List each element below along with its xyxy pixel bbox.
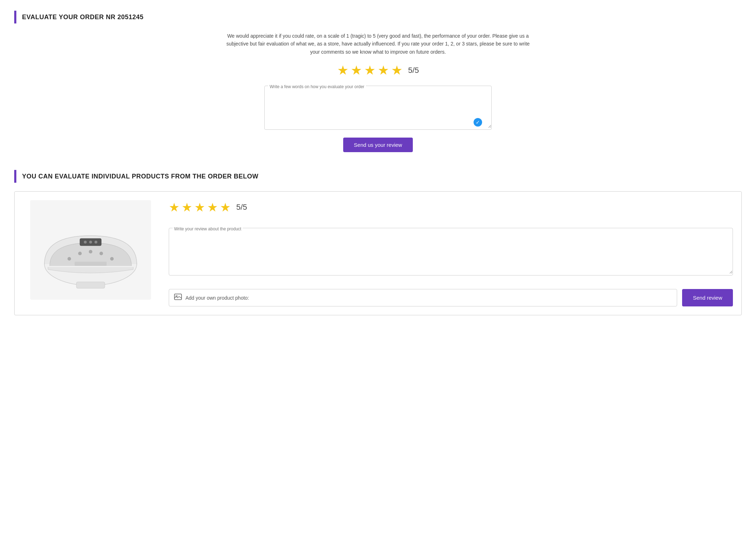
- header-bar-accent: [14, 11, 16, 23]
- product-review-fieldset: Write your review about the product: [169, 228, 733, 276]
- product-card: ★ ★ ★ ★ ★ 5/5 Write your review about th…: [14, 191, 742, 315]
- order-section-header: EVALUATE YOUR ORDER NR 2051245: [14, 11, 742, 23]
- order-star-5[interactable]: ★: [391, 63, 403, 78]
- product-star-5[interactable]: ★: [220, 200, 231, 214]
- order-star-4[interactable]: ★: [378, 63, 389, 78]
- upload-photo-icon-svg: [174, 293, 182, 301]
- product-review-textarea[interactable]: [169, 235, 733, 274]
- svg-rect-12: [174, 294, 182, 300]
- svg-rect-11: [75, 262, 107, 266]
- product-image: [30, 200, 151, 300]
- product-star-2[interactable]: ★: [182, 200, 192, 214]
- order-evaluation-section: EVALUATE YOUR ORDER NR 2051245 We would …: [14, 11, 742, 152]
- upload-icon: [174, 293, 182, 303]
- product-image-column: [23, 200, 158, 300]
- svg-point-10: [110, 257, 114, 261]
- product-rating-text: 5/5: [236, 203, 247, 212]
- send-product-review-button[interactable]: Send review: [682, 289, 733, 306]
- product-image-svg: [37, 207, 144, 293]
- svg-point-3: [84, 241, 87, 244]
- order-textarea-label: Write a few words on how you evaluate yo…: [268, 84, 366, 89]
- order-stars-row: ★ ★ ★ ★ ★ 5/5: [337, 63, 419, 78]
- order-star-1[interactable]: ★: [337, 63, 349, 78]
- products-section-title: YOU CAN EVALUATE INDIVIDUAL PRODUCTS FRO…: [22, 173, 259, 180]
- product-star-3[interactable]: ★: [194, 200, 205, 214]
- products-section: YOU CAN EVALUATE INDIVIDUAL PRODUCTS FRO…: [14, 170, 742, 315]
- order-eval-body: We would appreciate it if you could rate…: [14, 32, 742, 152]
- order-rating-text: 5/5: [408, 66, 419, 75]
- svg-point-4: [89, 241, 92, 244]
- order-review-textarea[interactable]: [265, 92, 491, 128]
- order-review-fieldset: Write a few words on how you evaluate yo…: [264, 86, 492, 130]
- product-stars-row: ★ ★ ★ ★ ★ 5/5: [169, 200, 733, 214]
- product-review-column: ★ ★ ★ ★ ★ 5/5 Write your review about th…: [169, 200, 733, 306]
- svg-point-9: [99, 252, 103, 255]
- products-section-header: YOU CAN EVALUATE INDIVIDUAL PRODUCTS FRO…: [14, 170, 742, 183]
- order-star-2[interactable]: ★: [351, 63, 362, 78]
- order-section-title: EVALUATE YOUR ORDER NR 2051245: [22, 14, 144, 21]
- product-textarea-label: Write your review about the product: [173, 226, 243, 231]
- svg-point-7: [78, 252, 82, 255]
- order-description: We would appreciate it if you could rate…: [225, 32, 531, 56]
- photo-upload-input[interactable]: Add your own product photo:: [169, 289, 677, 306]
- textarea-check-icon: ✓: [474, 118, 482, 127]
- product-star-4[interactable]: ★: [207, 200, 218, 214]
- svg-point-5: [94, 241, 97, 244]
- svg-rect-1: [76, 282, 105, 288]
- svg-point-8: [89, 250, 92, 253]
- products-header-bar-accent: [14, 170, 16, 183]
- product-star-1[interactable]: ★: [169, 200, 179, 214]
- photo-upload-label: Add your own product photo:: [185, 295, 249, 301]
- photo-upload-row: Add your own product photo: Send review: [169, 289, 733, 306]
- send-review-button[interactable]: Send us your review: [343, 138, 413, 152]
- order-star-3[interactable]: ★: [364, 63, 376, 78]
- svg-point-6: [68, 257, 71, 261]
